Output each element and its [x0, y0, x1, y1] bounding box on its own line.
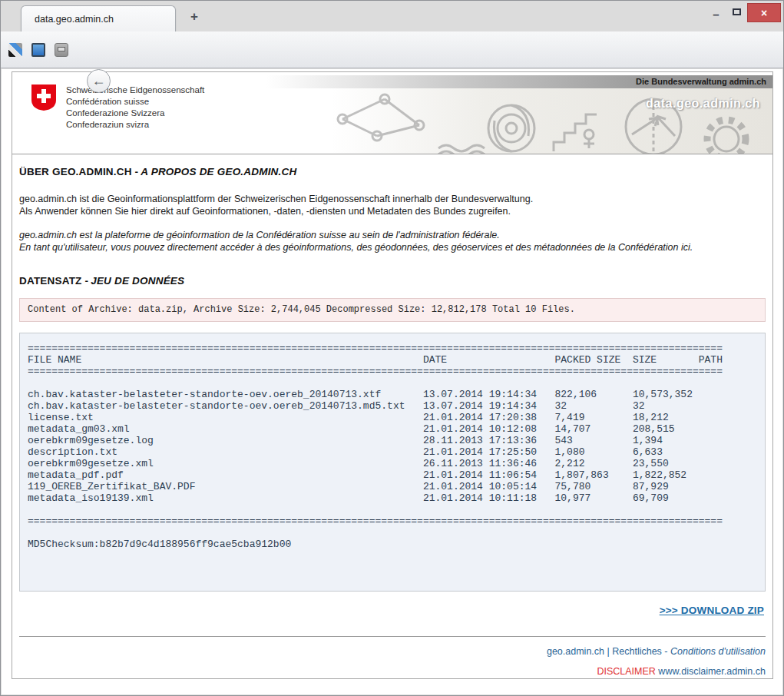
footer-link-rechtliches[interactable]: Rechtliches	[612, 646, 662, 657]
about-de-line1: geo.admin.ch ist die Geoinformationsplat…	[19, 194, 766, 206]
window-controls: – ×	[706, 3, 781, 22]
logo-line-de: Schweizerische Eidgenossenschaft	[66, 85, 204, 96]
dataset-title-de: DATENSATZ -	[19, 275, 88, 287]
maximize-button[interactable]	[726, 3, 747, 20]
page-viewport: Die Bundesverwaltung admin.ch	[2, 69, 782, 694]
close-button[interactable]: ×	[747, 3, 781, 22]
archive-listing: ========================================…	[28, 343, 757, 550]
addon-panel-icon[interactable]	[31, 43, 45, 57]
archive-summary: Content of Archive: data.zip, Archive Si…	[19, 298, 766, 322]
about-title-fr: A PROPOS DE GEO.ADMIN.CH	[141, 166, 296, 177]
new-tab-button[interactable]: +	[185, 8, 203, 25]
site-title: data.geo.admin.ch	[646, 97, 760, 111]
footer-disclaimer-line: DISCLAIMER www.disclaimer.admin.ch	[19, 666, 766, 677]
footer-separator: |	[607, 646, 610, 657]
main-content: ÜBER GEO.ADMIN.CH -A PROPOS DE GEO.ADMIN…	[12, 166, 772, 677]
addon-tiles-icon[interactable]	[8, 43, 22, 57]
about-de-line2: Als Anwender können Sie hier direkt auf …	[19, 206, 766, 218]
about-fr-line2: En tant qu'utilisateur, vous pouvez dire…	[19, 242, 766, 254]
navigation-toolbar: ← data.geo.admin.ch/ch.bav.kataster-bela…	[1, 31, 783, 68]
page-header: Die Bundesverwaltung admin.ch	[12, 72, 772, 154]
about-paragraph-fr: geo.admin.ch est la plateforme de géoinf…	[19, 230, 766, 254]
swiss-shield-icon	[31, 84, 57, 111]
download-row: >>> DOWNLOAD ZIP	[19, 603, 766, 617]
back-icon: ←	[92, 74, 106, 88]
logo-line-it: Confederazione Svizzera	[66, 108, 204, 119]
disclaimer-label: DISCLAIMER	[597, 666, 655, 677]
about-paragraph-de: geo.admin.ch ist die Geoinformationsplat…	[19, 194, 766, 217]
dataset-title-fr: JEU DE DONNÉES	[91, 275, 184, 287]
dataset-title: DATENSATZ -JEU DE DONNÉES	[19, 275, 766, 287]
back-button[interactable]: ←	[87, 69, 111, 93]
minimize-button[interactable]: –	[706, 3, 726, 20]
browser-window: data.geo.admin.ch + – × ← data.geo.admin…	[0, 0, 784, 696]
addon-archive-icon[interactable]	[55, 43, 68, 57]
tab-data-geo-admin[interactable]: data.geo.admin.ch	[21, 5, 176, 32]
download-zip-link[interactable]: >>> DOWNLOAD ZIP	[660, 605, 764, 616]
logo-line-fr: Confédération suisse	[66, 96, 204, 108]
page-content-box: Die Bundesverwaltung admin.ch	[12, 71, 773, 679]
logo-line-rm: Confederaziun svizra	[66, 119, 204, 131]
header-banner: data.geo.admin.ch	[331, 88, 772, 154]
disclaimer-link[interactable]: www.disclaimer.admin.ch	[658, 666, 766, 677]
tab-title: data.geo.admin.ch	[35, 14, 114, 25]
footer-dash: -	[664, 646, 667, 657]
archive-listing-box: ========================================…	[19, 333, 766, 592]
about-fr-line1: geo.admin.ch est la plateforme de géoinf…	[19, 230, 766, 242]
admin-bar[interactable]: Die Bundesverwaltung admin.ch	[266, 75, 772, 88]
footer-divider	[19, 636, 766, 637]
tab-bar: data.geo.admin.ch + – ×	[1, 1, 783, 31]
footer-links: geo.admin.ch | Rechtliches - Conditions …	[19, 646, 766, 657]
about-title-de: ÜBER GEO.ADMIN.CH -	[19, 166, 138, 177]
confederation-logo: Schweizerische Eidgenossenschaft Confédé…	[31, 84, 204, 131]
confederation-names: Schweizerische Eidgenossenschaft Confédé…	[66, 84, 204, 131]
footer-link-geoadmin[interactable]: geo.admin.ch	[547, 646, 604, 657]
about-title: ÜBER GEO.ADMIN.CH -A PROPOS DE GEO.ADMIN…	[19, 166, 766, 177]
maximize-icon	[733, 8, 741, 15]
footer-link-conditions[interactable]: Conditions d'utilisation	[670, 646, 766, 657]
